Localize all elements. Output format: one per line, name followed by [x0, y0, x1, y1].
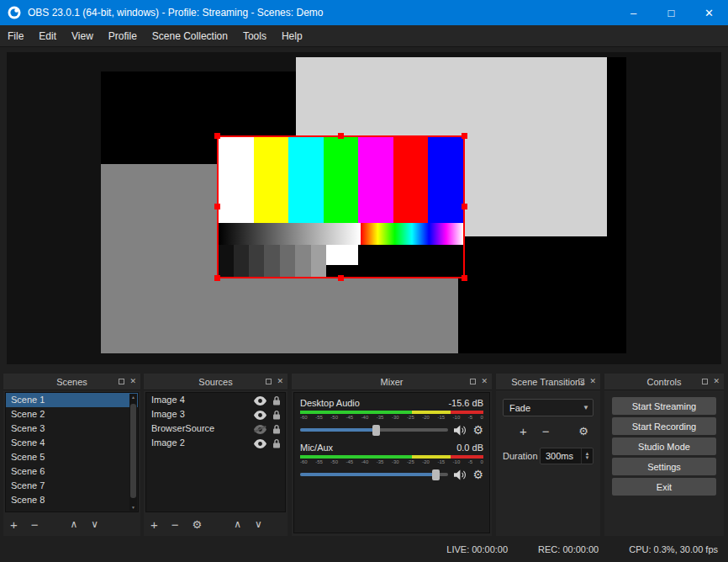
transitions-dock: Scene Transitions ✕ Fade ▼ + − ⚙ Duratio… — [496, 374, 600, 536]
scene-item-black-column[interactable] — [607, 57, 626, 236]
float-dock-icon[interactable] — [578, 379, 584, 384]
channel-volume-db: -15.6 dB — [448, 398, 483, 408]
duration-label: Duration — [503, 451, 538, 461]
add-transition-button[interactable]: + — [520, 424, 527, 438]
resize-handle-sw[interactable] — [214, 275, 220, 281]
maximize-button[interactable]: □ — [652, 0, 690, 25]
scroll-thumb[interactable] — [130, 404, 136, 498]
sources-dock: Sources ✕ Image 4 Image 3 — [144, 374, 288, 536]
add-source-button[interactable]: + — [150, 517, 158, 532]
start-recording-button[interactable]: Start Recording — [612, 417, 716, 435]
lock-icon[interactable] — [272, 395, 281, 406]
volume-slider[interactable] — [300, 428, 448, 432]
scenes-scrollbar[interactable]: ▲ ▼ — [129, 394, 137, 511]
smpte-colorbars-image — [219, 137, 463, 277]
resize-handle-e[interactable] — [462, 204, 467, 209]
move-source-down-button[interactable]: ∨ — [255, 518, 262, 530]
transition-properties-gear-icon[interactable]: ⚙ — [578, 425, 588, 437]
toggle-visibility-icon[interactable] — [254, 438, 266, 448]
scene-list-item[interactable]: Scene 5 — [6, 450, 138, 464]
resize-handle-ne[interactable] — [462, 133, 467, 139]
close-button[interactable]: ✕ — [690, 0, 728, 25]
scene-list-item[interactable]: Scene 2 — [6, 407, 138, 422]
mixer-dock-title: Mixer — [381, 377, 404, 387]
source-list-item[interactable]: Image 4 — [146, 393, 285, 407]
controls-dock: Controls ✕ Start Streaming Start Recordi… — [604, 374, 724, 536]
close-dock-icon[interactable]: ✕ — [277, 378, 283, 385]
scene-list-item[interactable]: Scene 1 — [6, 393, 138, 407]
resize-handle-se[interactable] — [462, 275, 467, 281]
source-list-item[interactable]: BrowserSource — [146, 422, 285, 436]
menu-view[interactable]: View — [64, 25, 101, 46]
menu-profile[interactable]: Profile — [101, 25, 145, 46]
preview-canvas[interactable] — [7, 52, 721, 364]
spinner-down-icon[interactable]: ▼ — [585, 456, 590, 460]
move-scene-down-button[interactable]: ∨ — [91, 518, 98, 530]
channel-volume-db: 0.0 dB — [456, 443, 483, 453]
audio-settings-gear-icon[interactable]: ⚙ — [472, 469, 483, 480]
minimize-button[interactable]: – — [615, 0, 652, 25]
volume-slider[interactable] — [300, 473, 448, 476]
toggle-visibility-icon[interactable] — [254, 424, 266, 433]
selected-source-colorbars[interactable] — [217, 135, 465, 278]
float-dock-icon[interactable] — [470, 379, 476, 384]
scene-list-item[interactable]: Scene 6 — [6, 464, 138, 479]
close-dock-icon[interactable]: ✕ — [713, 378, 720, 385]
exit-button[interactable]: Exit — [612, 478, 716, 496]
title-bar: OBS 23.0.1 (64-bit, windows) - Profile: … — [0, 0, 728, 25]
menu-scene-collection[interactable]: Scene Collection — [145, 25, 235, 46]
status-bar: LIVE: 00:00:00 REC: 00:00:00 CPU: 0.3%, … — [0, 537, 728, 562]
scene-list-item[interactable]: Scene 4 — [6, 436, 138, 450]
menu-file[interactable]: File — [0, 25, 31, 46]
colorbars-row — [219, 137, 463, 223]
scene-list-item[interactable]: Scene 8 — [6, 493, 138, 507]
toggle-visibility-icon[interactable] — [254, 395, 266, 405]
mute-button-speaker-icon[interactable] — [454, 425, 467, 436]
scenes-list: Scene 1 Scene 2 Scene 3 Scene 4 Scene 5 … — [5, 392, 139, 512]
volume-slider-handle[interactable] — [432, 469, 440, 480]
menu-help[interactable]: Help — [274, 25, 310, 46]
resize-handle-s[interactable] — [338, 275, 344, 281]
toggle-visibility-icon[interactable] — [254, 410, 266, 419]
resize-handle-n[interactable] — [338, 133, 344, 139]
resize-handle-nw[interactable] — [214, 133, 220, 139]
transition-select[interactable]: Fade ▼ — [503, 399, 593, 416]
float-dock-icon[interactable] — [266, 379, 272, 384]
audio-settings-gear-icon[interactable]: ⚙ — [472, 424, 483, 436]
float-dock-icon[interactable] — [702, 379, 708, 384]
studio-mode-button[interactable]: Studio Mode — [612, 437, 716, 455]
scene-list-item[interactable]: Scene 7 — [6, 479, 138, 493]
scene-list-item[interactable]: Scene 3 — [6, 422, 138, 436]
settings-button[interactable]: Settings — [612, 458, 716, 475]
source-list-item[interactable]: Image 2 — [146, 436, 285, 450]
volume-slider-handle[interactable] — [372, 425, 380, 436]
menu-tools[interactable]: Tools — [235, 25, 274, 46]
menu-edit[interactable]: Edit — [31, 25, 64, 46]
resize-handle-w[interactable] — [214, 204, 220, 209]
close-dock-icon[interactable]: ✕ — [589, 378, 596, 385]
scenes-dock-title: Scenes — [56, 377, 87, 387]
source-list-item[interactable]: Image 3 — [146, 407, 285, 422]
duration-spinner[interactable]: 300ms ▲ ▼ — [540, 448, 593, 464]
move-source-up-button[interactable]: ∧ — [234, 518, 241, 530]
float-dock-icon[interactable] — [119, 379, 124, 384]
remove-transition-button[interactable]: − — [542, 424, 550, 438]
scroll-down-icon[interactable]: ▼ — [129, 505, 137, 510]
source-properties-button[interactable]: ⚙ — [193, 518, 203, 531]
add-scene-button[interactable]: + — [10, 517, 18, 532]
lock-icon[interactable] — [272, 438, 281, 448]
close-dock-icon[interactable]: ✕ — [481, 378, 488, 385]
remove-scene-button[interactable]: − — [31, 517, 39, 532]
close-dock-icon[interactable]: ✕ — [129, 378, 136, 385]
move-scene-up-button[interactable]: ∧ — [71, 518, 78, 530]
lock-icon[interactable] — [272, 410, 281, 420]
volume-meter — [300, 455, 483, 459]
scroll-up-icon[interactable]: ▲ — [129, 395, 137, 400]
start-streaming-button[interactable]: Start Streaming — [612, 397, 716, 415]
mute-button-speaker-icon[interactable] — [454, 469, 467, 480]
lock-icon[interactable] — [272, 424, 281, 434]
scene-item-black-bottomright[interactable] — [458, 236, 626, 353]
mixer-channel-desktop-audio: Desktop Audio -15.6 dB -60-55-50-45-40-3… — [300, 398, 483, 436]
pluge-row — [219, 245, 463, 277]
remove-source-button[interactable]: − — [171, 517, 179, 532]
